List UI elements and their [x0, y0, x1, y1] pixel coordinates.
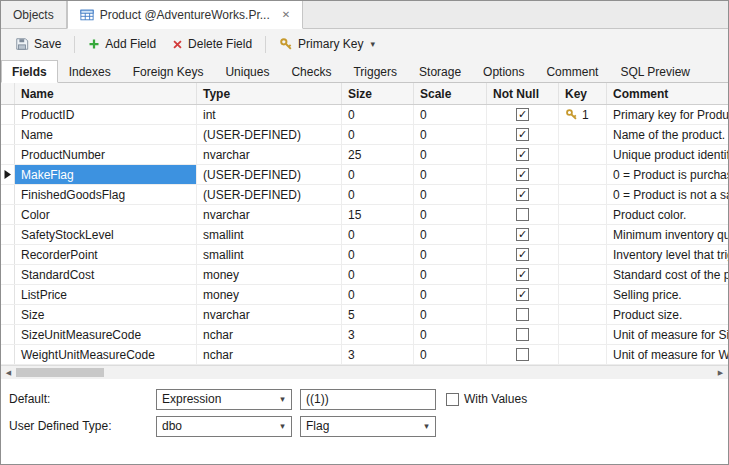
table-row[interactable]: RecorderPointsmallint00✓Inventory level … [1, 245, 728, 265]
subtab-checks[interactable]: Checks [280, 60, 342, 83]
subtab-comment[interactable]: Comment [535, 60, 609, 83]
field-size-cell[interactable]: 5 [342, 305, 414, 324]
field-scale-cell[interactable]: 0 [414, 125, 487, 144]
field-name-cell[interactable]: StandardCost [15, 265, 197, 284]
tab-objects[interactable]: Objects [1, 1, 67, 28]
with-values-checkbox[interactable] [446, 393, 459, 406]
field-comment-cell[interactable]: Minimum inventory qu [607, 225, 728, 244]
not-null-checkbox[interactable] [516, 308, 529, 321]
field-size-cell[interactable]: 0 [342, 245, 414, 264]
subtab-fields[interactable]: Fields [1, 60, 58, 83]
field-type-cell[interactable]: nvarchar [197, 305, 342, 324]
field-type-cell[interactable]: (USER-DEFINED) [197, 185, 342, 204]
field-comment-cell[interactable]: Standard cost of the pr [607, 265, 728, 284]
field-comment-cell[interactable]: Unit of measure for Siz [607, 325, 728, 344]
field-comment-cell[interactable]: Unit of measure for W [607, 345, 728, 364]
field-size-cell[interactable]: 0 [342, 285, 414, 304]
table-row[interactable]: FinishedGoodsFlag(USER-DEFINED)00✓0 = Pr… [1, 185, 728, 205]
field-size-cell[interactable]: 0 [342, 225, 414, 244]
not-null-checkbox[interactable]: ✓ [516, 268, 529, 281]
key-cell[interactable] [559, 345, 607, 364]
field-comment-cell[interactable]: Primary key for Produc [607, 105, 728, 124]
field-scale-cell[interactable]: 0 [414, 165, 487, 184]
field-scale-cell[interactable]: 0 [414, 325, 487, 344]
not-null-cell[interactable]: ✓ [487, 225, 559, 244]
field-type-cell[interactable]: smallint [197, 225, 342, 244]
table-row[interactable]: Name(USER-DEFINED)00✓Name of the product… [1, 125, 728, 145]
subtab-uniques[interactable]: Uniques [214, 60, 280, 83]
key-cell[interactable] [559, 245, 607, 264]
field-type-cell[interactable]: nchar [197, 345, 342, 364]
not-null-cell[interactable] [487, 305, 559, 324]
field-scale-cell[interactable]: 0 [414, 305, 487, 324]
key-cell[interactable] [559, 225, 607, 244]
field-name-cell[interactable]: MakeFlag [15, 165, 197, 184]
key-cell[interactable] [559, 185, 607, 204]
field-size-cell[interactable]: 25 [342, 145, 414, 164]
subtab-triggers[interactable]: Triggers [342, 60, 408, 83]
column-header-scale[interactable]: Scale [414, 83, 487, 104]
not-null-checkbox[interactable]: ✓ [516, 248, 529, 261]
field-comment-cell[interactable]: 0 = Product is not a sa [607, 185, 728, 204]
field-comment-cell[interactable]: Product size. [607, 305, 728, 324]
field-size-cell[interactable]: 0 [342, 165, 414, 184]
field-name-cell[interactable]: ListPrice [15, 285, 197, 304]
table-row[interactable]: Sizenvarchar50Product size. [1, 305, 728, 325]
field-comment-cell[interactable]: Unique product identif [607, 145, 728, 164]
udt-schema-combobox[interactable]: dbo ▾ [156, 416, 292, 437]
subtab-options[interactable]: Options [472, 60, 535, 83]
not-null-cell[interactable] [487, 345, 559, 364]
table-row[interactable]: ProductIDint00✓1Primary key for Produc [1, 105, 728, 125]
field-type-cell[interactable]: nchar [197, 325, 342, 344]
add-field-button[interactable]: Add Field [80, 33, 164, 55]
field-type-cell[interactable]: nvarchar [197, 205, 342, 224]
field-size-cell[interactable]: 3 [342, 325, 414, 344]
scroll-right-icon[interactable]: ▶ [713, 366, 728, 379]
key-cell[interactable] [559, 265, 607, 284]
field-scale-cell[interactable]: 0 [414, 285, 487, 304]
field-scale-cell[interactable]: 0 [414, 145, 487, 164]
field-size-cell[interactable]: 0 [342, 265, 414, 284]
field-name-cell[interactable]: Size [15, 305, 197, 324]
field-scale-cell[interactable]: 0 [414, 225, 487, 244]
table-row[interactable]: Colornvarchar150Product color. [1, 205, 728, 225]
not-null-checkbox[interactable]: ✓ [516, 108, 529, 121]
scroll-left-icon[interactable]: ◀ [1, 366, 16, 379]
subtab-indexes[interactable]: Indexes [58, 60, 122, 83]
field-type-cell[interactable]: money [197, 265, 342, 284]
field-name-cell[interactable]: ProductNumber [15, 145, 197, 164]
table-row[interactable]: StandardCostmoney00✓Standard cost of the… [1, 265, 728, 285]
column-header-notnull[interactable]: Not Null [487, 83, 559, 104]
tab-product-designer[interactable]: Product @AdventureWorks.Pr... ✕ [67, 1, 303, 29]
field-name-cell[interactable]: ProductID [15, 105, 197, 124]
field-scale-cell[interactable]: 0 [414, 345, 487, 364]
not-null-cell[interactable]: ✓ [487, 185, 559, 204]
field-comment-cell[interactable]: Name of the product. [607, 125, 728, 144]
field-comment-cell[interactable]: Inventory level that trig [607, 245, 728, 264]
field-comment-cell[interactable]: Product color. [607, 205, 728, 224]
save-button[interactable]: Save [7, 33, 69, 55]
key-cell[interactable] [559, 305, 607, 324]
table-row[interactable]: SizeUnitMeasureCodenchar30Unit of measur… [1, 325, 728, 345]
field-name-cell[interactable]: SizeUnitMeasureCode [15, 325, 197, 344]
field-size-cell[interactable]: 0 [342, 185, 414, 204]
not-null-checkbox[interactable] [516, 208, 529, 221]
not-null-checkbox[interactable]: ✓ [516, 228, 529, 241]
not-null-checkbox[interactable]: ✓ [516, 168, 529, 181]
table-row[interactable]: ProductNumbernvarchar250✓Unique product … [1, 145, 728, 165]
not-null-cell[interactable]: ✓ [487, 265, 559, 284]
field-comment-cell[interactable]: Selling price. [607, 285, 728, 304]
field-scale-cell[interactable]: 0 [414, 185, 487, 204]
field-name-cell[interactable]: FinishedGoodsFlag [15, 185, 197, 204]
not-null-checkbox[interactable]: ✓ [516, 188, 529, 201]
not-null-cell[interactable]: ✓ [487, 165, 559, 184]
field-scale-cell[interactable]: 0 [414, 205, 487, 224]
column-header-size[interactable]: Size [342, 83, 414, 104]
field-size-cell[interactable]: 0 [342, 105, 414, 124]
table-row[interactable]: MakeFlag(USER-DEFINED)00✓0 = Product is … [1, 165, 728, 185]
field-type-cell[interactable]: money [197, 285, 342, 304]
field-type-cell[interactable]: (USER-DEFINED) [197, 165, 342, 184]
not-null-checkbox[interactable]: ✓ [516, 128, 529, 141]
horizontal-scrollbar[interactable]: ◀ ▶ [1, 365, 728, 379]
scrollbar-thumb[interactable] [16, 368, 104, 377]
